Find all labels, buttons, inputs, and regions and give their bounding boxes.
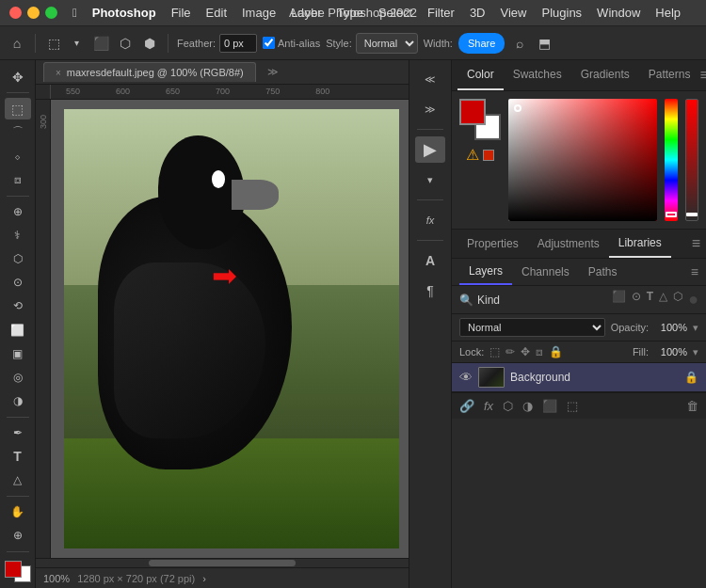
zoom-tool[interactable]: ⊕	[5, 525, 31, 547]
filter-text-icon[interactable]: T	[647, 290, 653, 310]
lock-all-icon[interactable]: 🔒	[549, 345, 563, 358]
clone-tool[interactable]: ⊙	[5, 272, 31, 294]
tab-adjustments[interactable]: Adjustments	[528, 230, 609, 257]
lasso-tool[interactable]: ⌒	[5, 121, 31, 143]
tab-libraries[interactable]: Libraries	[609, 230, 671, 258]
sub-tab-layers[interactable]: Layers	[459, 259, 512, 285]
bottom-panel-menu-icon[interactable]: ≡	[692, 235, 700, 252]
history-tool[interactable]: ⟲	[5, 295, 31, 317]
pen-tool[interactable]: ✒	[5, 421, 31, 443]
panel-menu-icon[interactable]: ≡	[699, 67, 706, 84]
text-tool[interactable]: T	[5, 446, 31, 468]
menu-filter[interactable]: Filter	[427, 6, 455, 20]
opacity-slider[interactable]	[685, 99, 698, 221]
filter-shape-icon[interactable]: △	[659, 290, 667, 310]
scrollbar-thumb[interactable]	[149, 560, 295, 566]
brush-tool[interactable]: ⬡	[5, 248, 31, 270]
panel-toggle-icon[interactable]: ≫	[415, 96, 445, 122]
menu-edit[interactable]: Edit	[206, 6, 227, 20]
add-mask-icon[interactable]: ⬡	[503, 399, 513, 413]
menu-image[interactable]: Image	[242, 6, 276, 20]
tab-swatches[interactable]: Swatches	[504, 60, 571, 90]
lock-pixels-icon[interactable]: ✏	[505, 345, 515, 358]
dodge-tool[interactable]: ◑	[5, 389, 31, 411]
sub-tab-channels[interactable]: Channels	[512, 260, 579, 284]
lasso-icon[interactable]: ⬡	[116, 34, 135, 53]
link-layers-icon[interactable]: 🔗	[459, 399, 474, 413]
move-tool[interactable]: ✥	[5, 66, 31, 87]
tab-patterns[interactable]: Patterns	[639, 60, 700, 90]
eraser-tool[interactable]: ⬜	[5, 319, 31, 341]
lock-position-icon[interactable]: ✥	[521, 345, 530, 358]
add-adjustment-icon[interactable]: ◑	[522, 399, 533, 413]
gamut-warning-icon[interactable]: ⚠	[466, 146, 479, 164]
crop-tool[interactable]: ⧈	[5, 168, 31, 190]
fx-button[interactable]: fx	[415, 207, 445, 233]
feather-input[interactable]	[219, 34, 257, 53]
shape-tool[interactable]: △	[5, 469, 31, 491]
marquee-option-icon[interactable]: ▾	[67, 34, 86, 53]
layers-sub-menu-icon[interactable]: ≡	[691, 264, 698, 279]
layer-item-background[interactable]: 👁 Background 🔒	[452, 363, 706, 392]
canvas-image[interactable]: ➡	[64, 109, 399, 548]
close-button[interactable]	[9, 7, 22, 19]
footer-next-icon[interactable]: ›	[202, 573, 206, 584]
maximize-button[interactable]	[45, 7, 57, 19]
fill-chevron-icon[interactable]: ▾	[693, 346, 698, 358]
style-select[interactable]: Normal	[356, 33, 418, 54]
gradient-tool[interactable]: ▣	[5, 342, 31, 364]
fg-color-swatch[interactable]	[5, 561, 22, 578]
horizontal-scrollbar[interactable]	[36, 558, 409, 567]
tab-expand-icon[interactable]: ≫	[267, 66, 279, 78]
delete-layer-icon[interactable]: 🗑	[686, 399, 698, 413]
wand-icon[interactable]: ⬢	[140, 34, 159, 53]
menu-3d[interactable]: 3D	[470, 6, 486, 20]
opacity-chevron-icon[interactable]: ▾	[693, 322, 698, 334]
apple-menu[interactable]: 	[72, 6, 77, 20]
document-tab[interactable]: × maxresdefault.jpeg @ 100% (RGB/8#)	[43, 62, 256, 82]
search-icon[interactable]: ⌕	[510, 34, 529, 53]
color-gradient-picker[interactable]	[508, 99, 657, 221]
tab-color[interactable]: Color	[457, 60, 504, 90]
object-select-tool[interactable]: ⬦	[5, 145, 31, 167]
minimize-button[interactable]	[27, 7, 40, 19]
blend-mode-select[interactable]: Normal	[459, 318, 605, 337]
arrow-down-icon[interactable]: ▾	[415, 167, 445, 193]
sub-tab-paths[interactable]: Paths	[579, 260, 627, 284]
marquee-tool[interactable]: ⬚	[5, 98, 31, 119]
menu-window[interactable]: Window	[597, 6, 640, 20]
eyedropper-tool[interactable]: ⊕	[5, 200, 31, 222]
layer-visibility-icon[interactable]: 👁	[459, 370, 473, 385]
filter-toggle[interactable]: ●	[688, 290, 698, 310]
filter-pixel-icon[interactable]: ⬛	[612, 290, 626, 310]
menu-photoshop[interactable]: Photoshop	[92, 6, 156, 20]
lock-transparent-icon[interactable]: ⬚	[489, 345, 500, 358]
hue-slider[interactable]	[665, 99, 678, 221]
tab-gradients[interactable]: Gradients	[571, 60, 639, 90]
paragraph-icon[interactable]: ¶	[415, 278, 445, 304]
share-button[interactable]: Share	[458, 33, 505, 54]
home-icon[interactable]: ⌂	[8, 34, 26, 53]
menu-help[interactable]: Help	[655, 6, 681, 20]
filter-smart-icon[interactable]: ⬡	[673, 290, 682, 310]
move-icon[interactable]: ⬛	[91, 34, 110, 53]
filter-adjust-icon[interactable]: ⊙	[632, 290, 641, 310]
new-group-icon[interactable]: ⬛	[542, 399, 557, 413]
menu-plugins[interactable]: Plugins	[541, 6, 582, 20]
collapse-panel-icon[interactable]: ≪	[415, 66, 445, 92]
anti-alias-checkbox[interactable]: Anti-alias	[263, 37, 320, 49]
tab-close-btn[interactable]: ×	[56, 68, 61, 78]
menu-view[interactable]: View	[501, 6, 527, 20]
more-options-icon[interactable]: ⬒	[535, 34, 554, 53]
gamut-color-preview[interactable]	[483, 150, 494, 161]
anti-alias-check[interactable]	[263, 37, 275, 49]
spot-heal-tool[interactable]: ⚕	[5, 225, 31, 246]
rect-marquee-icon[interactable]: ⬚	[44, 34, 63, 53]
text-tool-mid[interactable]: A	[415, 247, 445, 274]
tab-properties[interactable]: Properties	[457, 230, 528, 257]
add-style-icon[interactable]: fx	[484, 399, 493, 413]
play-action-button[interactable]: ▶	[415, 136, 445, 163]
menu-file[interactable]: File	[171, 6, 191, 20]
lock-artboard-icon[interactable]: ⧈	[536, 345, 543, 358]
blur-tool[interactable]: ◎	[5, 366, 31, 388]
